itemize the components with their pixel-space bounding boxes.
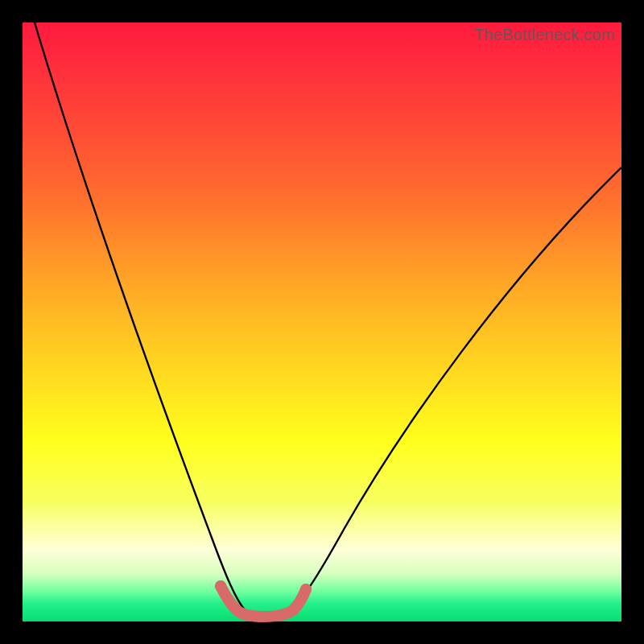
chart-frame: TheBottleneck.com bbox=[0, 0, 644, 644]
bottleneck-curve bbox=[35, 23, 621, 616]
plot-area: TheBottleneck.com bbox=[23, 23, 621, 621]
curve-layer bbox=[23, 23, 621, 621]
marker-dot-left bbox=[215, 580, 226, 592]
marker-dot-right bbox=[300, 584, 312, 595]
